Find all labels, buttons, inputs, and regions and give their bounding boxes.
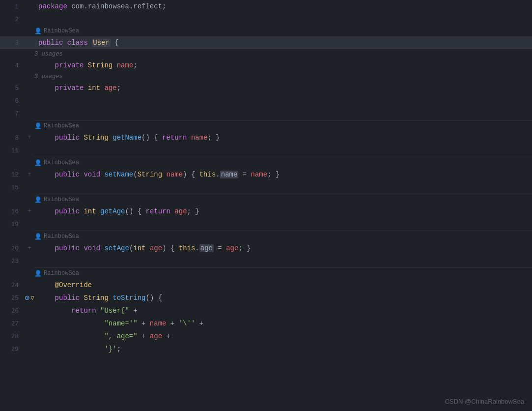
line-content-24: @Override	[34, 279, 532, 292]
code-line-26: 26 return "User{" +	[0, 304, 532, 317]
author-icon-1: 👤	[34, 28, 42, 35]
author-hint-setName: 👤 RainbowSea	[0, 157, 532, 168]
line-num-29: 29	[0, 346, 25, 353]
line-content-16: public int getAge() { return age; }	[34, 205, 532, 218]
usages-text-1: 3 usages	[34, 51, 63, 58]
line-num-15: 15	[0, 184, 25, 191]
line-content-1: package com.rainbowsea.reflect;	[34, 0, 532, 13]
hint-usages-name: 3 usages	[0, 49, 532, 59]
author-icon-3: 👤	[34, 159, 42, 167]
line-num-3: 3	[0, 39, 25, 47]
code-editor: 1 package com.rainbowsea.reflect; 2 👤 Ra…	[0, 0, 532, 411]
gutter-20[interactable]: +	[25, 245, 34, 252]
author-label-4: RainbowSea	[44, 196, 79, 203]
line-content-28: ", age=" + age +	[34, 330, 532, 343]
author-hint-setAge: 👤 RainbowSea	[0, 231, 532, 242]
line-content-26: return "User{" +	[34, 304, 532, 317]
fold-icon-12[interactable]: +	[28, 171, 31, 178]
line-content-5: private int age;	[34, 82, 532, 94]
line-num-4: 4	[0, 62, 25, 69]
line-num-11: 11	[0, 147, 25, 154]
line-content-12: public void setName(String name) { this.…	[34, 168, 532, 181]
author-icon-2: 👤	[34, 122, 42, 130]
author-label-3: RainbowSea	[44, 159, 79, 166]
line-num-25: 25	[0, 294, 25, 302]
code-line-27: 27 "name='" + name + '\'' +	[0, 317, 532, 330]
line-num-20: 20	[0, 245, 25, 252]
code-line-20: 20 + public void setAge(int age) { this.…	[0, 242, 532, 255]
code-line-23: 23	[0, 255, 532, 267]
code-line-4: 4 private String name;	[0, 59, 532, 72]
code-line-2: 2	[0, 13, 532, 26]
code-line-12: 12 + public void setName(String name) { …	[0, 168, 532, 181]
author-label-2: RainbowSea	[44, 122, 79, 129]
fold-icon-20[interactable]: +	[28, 245, 31, 252]
author-icon-6: 👤	[34, 270, 42, 277]
code-line-1: 1 package com.rainbowsea.reflect;	[0, 0, 532, 13]
author-icon-5: 👤	[34, 233, 42, 240]
gutter-8[interactable]: +	[25, 134, 34, 141]
line-num-26: 26	[0, 307, 25, 315]
line-num-7: 7	[0, 110, 25, 117]
gutter-arrow-25: ⊙	[25, 293, 30, 303]
code-line-28: 28 ", age=" + age +	[0, 330, 532, 343]
line-num-24: 24	[0, 282, 25, 289]
author-label-5: RainbowSea	[44, 233, 79, 240]
code-line-24: 24 @Override	[0, 279, 532, 292]
hint-usages-age: 3 usages	[0, 72, 532, 82]
code-line-3: 3 public class User {	[0, 36, 532, 49]
gutter-12[interactable]: +	[25, 171, 34, 178]
code-line-11: 11	[0, 144, 532, 157]
usages-text-2: 3 usages	[34, 73, 63, 80]
line-content-25: public String toString() {	[34, 292, 532, 304]
line-content-20: public void setAge(int age) { this.age =…	[34, 242, 532, 255]
author-label-6: RainbowSea	[44, 270, 79, 277]
fold-icon-16[interactable]: +	[28, 208, 31, 215]
line-content-27: "name='" + name + '\'' +	[34, 317, 532, 330]
code-line-19: 19	[0, 218, 532, 231]
line-num-23: 23	[0, 258, 25, 265]
line-num-5: 5	[0, 85, 25, 92]
author-hint-class: 👤 RainbowSea	[0, 26, 532, 36]
gutter-16[interactable]: +	[25, 208, 34, 215]
line-num-28: 28	[0, 333, 25, 340]
line-num-12: 12	[0, 171, 25, 178]
code-line-7: 7	[0, 107, 532, 120]
author-label-1: RainbowSea	[44, 28, 79, 34]
line-num-6: 6	[0, 97, 25, 105]
author-icon-4: 👤	[34, 196, 42, 204]
line-num-8: 8	[0, 134, 25, 142]
author-hint-getName: 👤 RainbowSea	[0, 120, 532, 131]
line-num-27: 27	[0, 320, 25, 327]
code-line-8: 8 + public String getName() { return nam…	[0, 131, 532, 144]
line-num-16: 16	[0, 208, 25, 215]
code-line-5: 5 private int age;	[0, 82, 532, 94]
gutter-bookmark-25: ▽	[30, 294, 34, 302]
author-hint-getAge: 👤 RainbowSea	[0, 194, 532, 205]
line-content-29: '}';	[34, 343, 532, 355]
line-content-8: public String getName() { return name; }	[34, 131, 532, 144]
watermark: CSDN @ChinaRainbowSea	[445, 398, 524, 405]
fold-icon-8[interactable]: +	[28, 134, 31, 141]
author-hint-toString: 👤 RainbowSea	[0, 268, 532, 279]
line-content-4: private String name;	[34, 59, 532, 72]
code-line-6: 6	[0, 94, 532, 107]
code-line-25: 25 ⊙ ▽ public String toString() {	[0, 292, 532, 304]
line-content-3: public class User {	[34, 36, 532, 49]
gutter-25[interactable]: ⊙ ▽	[25, 293, 34, 303]
code-line-15: 15	[0, 181, 532, 194]
code-line-29: 29 '}';	[0, 343, 532, 355]
line-num-1: 1	[0, 3, 25, 10]
code-line-16: 16 + public int getAge() { return age; }	[0, 205, 532, 218]
line-num-19: 19	[0, 221, 25, 228]
line-num-2: 2	[0, 16, 25, 23]
